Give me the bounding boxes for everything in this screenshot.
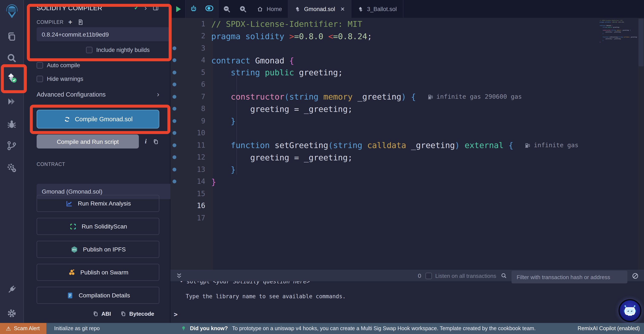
breakpoint-gutter[interactable] [170, 143, 178, 147]
git-icon[interactable] [4, 138, 19, 153]
breakpoint-dot[interactable] [172, 156, 176, 159]
code-line-5[interactable]: 5 string public greeting; [170, 66, 644, 78]
breakpoint-gutter[interactable] [170, 119, 178, 123]
debugger-icon[interactable] [4, 117, 19, 131]
code-line-6[interactable]: 6 [170, 78, 644, 91]
compile-button[interactable]: Compile Gmonad.sol [37, 110, 159, 128]
breakpoint-dot[interactable] [172, 180, 176, 184]
code-line-7[interactable]: 7 constructor(string memory _greeting) {… [170, 91, 644, 103]
code-line-1[interactable]: 1// SPDX-License-Identifier: MIT [170, 18, 644, 30]
run-solidityscan-button[interactable]: Run SolidityScan [37, 218, 159, 235]
terminal-prompt[interactable]: > [174, 311, 644, 318]
breakpoint-dot[interactable] [172, 95, 176, 99]
editor-scrollbar[interactable] [638, 18, 644, 270]
copy-icon[interactable] [153, 138, 159, 145]
advanced-configurations-toggle[interactable]: Advanced Configurations › [37, 91, 159, 98]
code-line-16[interactable]: 16 [170, 200, 644, 212]
ai-toggle-icon[interactable] [202, 0, 218, 18]
file-explorer-icon[interactable] [4, 29, 19, 44]
chevron-right-icon[interactable]: › [144, 4, 147, 11]
breakpoint-dot[interactable] [172, 119, 176, 123]
scam-alert-button[interactable]: ⚠ Scam Alert [0, 323, 46, 334]
breakpoint-dot[interactable] [172, 83, 176, 87]
breakpoint-gutter[interactable] [170, 156, 178, 159]
breakpoint-dot[interactable] [172, 168, 176, 171]
code-line-11[interactable]: 11 function setGreeting(string calldata … [170, 139, 644, 151]
code-line-2[interactable]: 2pragma solidity >=0.8.0 <=0.8.24; [170, 30, 644, 42]
compilation-details-button[interactable]: Compilation Details [37, 287, 159, 304]
license-doc-icon[interactable] [77, 19, 84, 25]
copilot-status-label[interactable]: RemixAI Copilot (enabled) [578, 326, 644, 332]
zoom-in-icon[interactable] [235, 0, 251, 18]
publish-on-swarm-button[interactable]: Publish on Swarm [37, 264, 159, 281]
code-line-14[interactable]: 14} [170, 176, 644, 188]
breakpoint-gutter[interactable] [170, 131, 178, 135]
remix-logo-icon[interactable] [3, 2, 21, 20]
breakpoint-gutter[interactable] [170, 58, 178, 62]
breakpoint-gutter[interactable] [170, 95, 178, 99]
breakpoint-dot[interactable] [172, 143, 176, 147]
include-nightly-row: Include nightly builds [37, 47, 159, 53]
breakpoint-gutter[interactable] [170, 168, 178, 171]
git-init-button[interactable]: Initialize as git repo [54, 326, 100, 332]
breakpoint-dot[interactable] [172, 107, 176, 111]
deploy-run-icon[interactable] [4, 94, 19, 108]
tab-gmonad-sol[interactable]: Gmonad.sol✕ [288, 0, 351, 18]
clear-console-icon[interactable] [632, 272, 639, 279]
breakpoint-gutter[interactable] [170, 46, 178, 50]
search-icon[interactable] [4, 51, 19, 65]
pin-panel-icon[interactable] [152, 4, 159, 11]
publish-on-ipfs-button[interactable]: IPFSPublish on IPFS [37, 241, 159, 258]
breakpoint-dot[interactable] [172, 71, 176, 74]
transaction-filter-input[interactable] [512, 271, 628, 283]
code-line-12[interactable]: 12 greeting = _greeting; [170, 151, 644, 163]
line-number: 17 [178, 214, 211, 222]
minimap[interactable]: // SPDX-License-Identifier: MITpragma so… [600, 20, 637, 48]
compiler-version-select[interactable]: 0.8.24+commit.e11b9ed9 [37, 27, 183, 41]
breakpoint-dot[interactable] [172, 131, 176, 135]
breakpoint-dot[interactable] [172, 58, 176, 62]
solidity-compiler-icon[interactable] [4, 70, 19, 85]
breakpoint-dot[interactable] [172, 46, 176, 50]
hide-warnings-label: Hide warnings [47, 76, 83, 82]
include-nightly-checkbox[interactable] [86, 47, 92, 53]
scrollbar-thumb[interactable] [638, 19, 644, 66]
listen-all-checkbox[interactable] [426, 273, 432, 279]
hide-warnings-checkbox[interactable] [37, 76, 43, 82]
close-icon[interactable]: ✕ [340, 6, 345, 12]
code-line-15[interactable]: 15 [170, 188, 644, 200]
search-icon[interactable] [500, 272, 507, 279]
copy-bytecode-button[interactable]: Bytecode [120, 311, 154, 317]
zoom-out-icon[interactable] [218, 0, 235, 18]
tab-3-ballot-sol[interactable]: 3_Ballot.sol [351, 0, 403, 18]
plugin-manager-icon[interactable] [4, 160, 19, 175]
bytecode-label: Bytecode [129, 311, 154, 317]
code-line-4[interactable]: 4contract Gmonad { [170, 54, 644, 66]
compile-and-run-button[interactable]: Compile and Run script [37, 134, 139, 148]
code-line-8[interactable]: 8 greeting = _greeting; [170, 103, 644, 115]
breakpoint-gutter[interactable] [170, 83, 178, 87]
copy-abi-button[interactable]: ABI [92, 311, 111, 317]
terminal-output[interactable]: • sol-gpt <your Solidity question here> … [170, 278, 644, 318]
code-line-10[interactable]: 10 [170, 127, 644, 139]
info-icon[interactable]: i [145, 138, 146, 145]
auto-compile-checkbox[interactable] [37, 62, 43, 68]
run-remix-analysis-button[interactable]: Run Remix Analysis [37, 195, 159, 212]
remixai-copilot-button[interactable] [618, 299, 642, 322]
breakpoint-gutter[interactable] [170, 107, 178, 111]
breakpoint-gutter[interactable] [170, 71, 178, 74]
plugin-connect-icon[interactable] [4, 282, 19, 297]
settings-icon[interactable] [4, 306, 19, 320]
ai-assistant-icon[interactable] [186, 0, 202, 18]
breakpoint-gutter[interactable] [170, 180, 178, 184]
run-script-button[interactable] [170, 0, 186, 18]
code-editor[interactable]: 1// SPDX-License-Identifier: MIT2pragma … [170, 18, 644, 270]
code-text: greeting = _greeting; [211, 153, 352, 162]
collapse-terminal-icon[interactable] [176, 272, 183, 279]
code-line-9[interactable]: 9 } [170, 115, 644, 127]
tab-home[interactable]: Home [251, 0, 288, 18]
code-line-13[interactable]: 13 } [170, 163, 644, 176]
code-line-17[interactable]: 17 [170, 212, 644, 224]
code-line-3[interactable]: 3 [170, 42, 644, 54]
add-compiler-icon[interactable]: + [68, 19, 72, 25]
